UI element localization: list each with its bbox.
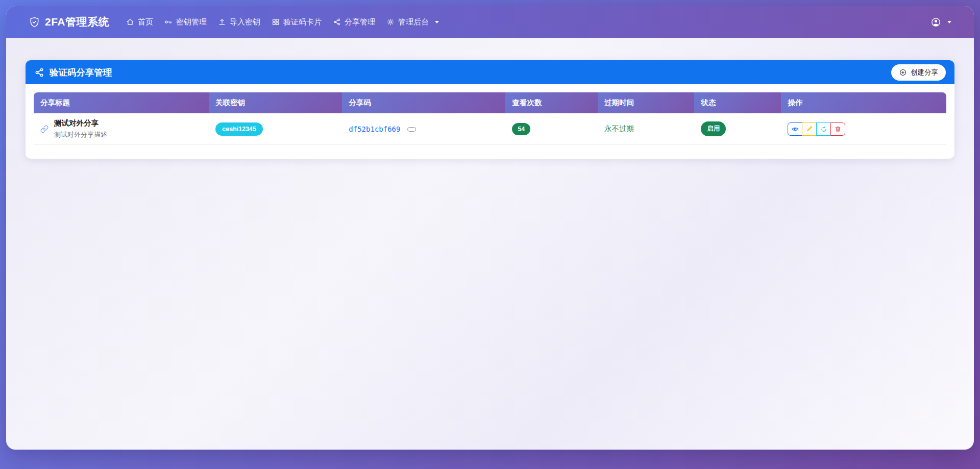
expire-time-text: 永不过期 <box>604 125 634 133</box>
gear-icon <box>386 18 395 26</box>
cell-linked-key: ceshi12345 <box>209 113 342 145</box>
row-actions-group <box>788 122 845 136</box>
column-header-linked-key: 关联密钥 <box>209 92 342 113</box>
nav-item-label: 验证码卡片 <box>283 17 322 27</box>
shares-table: 分享标题 关联密钥 分享码 查看次数 过期时间 状态 操作 <box>34 92 946 145</box>
cell-actions <box>781 113 946 145</box>
linked-key-badge: ceshi12345 <box>215 122 263 136</box>
column-header-status: 状态 <box>694 92 781 113</box>
copy-icon[interactable] <box>407 127 416 132</box>
trash-icon <box>835 126 841 133</box>
home-icon <box>126 18 134 26</box>
person-circle-icon <box>930 17 941 28</box>
upload-icon <box>218 18 226 26</box>
grid-icon <box>272 18 280 26</box>
link-icon <box>40 125 48 133</box>
create-share-label: 创建分享 <box>911 68 938 77</box>
column-header-actions: 操作 <box>781 92 946 113</box>
nav-item-label: 首页 <box>138 17 153 27</box>
card-body: 分享标题 关联密钥 分享码 查看次数 过期时间 状态 操作 <box>26 84 954 159</box>
delete-button[interactable] <box>830 122 845 136</box>
nav-item-key-management[interactable]: 密钥管理 <box>160 13 211 31</box>
share-title: 测试对外分享 <box>54 118 107 128</box>
page-title-text: 验证码分享管理 <box>50 66 112 79</box>
refresh-button[interactable] <box>816 122 831 136</box>
nav-item-import-key[interactable]: 导入密钥 <box>214 13 264 31</box>
card-header: 验证码分享管理 创建分享 <box>26 60 954 84</box>
column-header-expire-time: 过期时间 <box>598 92 695 113</box>
nav-item-label: 分享管理 <box>345 17 375 27</box>
nav-item-label: 导入密钥 <box>230 17 260 27</box>
page-title: 验证码分享管理 <box>34 66 112 79</box>
brand-title: 2FA管理系统 <box>45 15 109 29</box>
share-management-card: 验证码分享管理 创建分享 <box>26 60 954 159</box>
plus-circle-icon <box>899 68 907 77</box>
view-button[interactable] <box>788 122 802 136</box>
nav-item-label: 管理后台 <box>398 17 429 27</box>
column-header-share-code: 分享码 <box>342 92 505 113</box>
eye-icon <box>792 126 799 133</box>
app-shell: 2FA管理系统 首页 密钥管理 <box>6 6 974 450</box>
share-title-block: 测试对外分享 测试对外分享描述 <box>54 118 107 139</box>
arrow-clockwise-icon <box>820 126 827 133</box>
cell-view-count: 54 <box>505 113 598 145</box>
nav-links: 首页 密钥管理 导入密钥 <box>120 13 445 31</box>
cell-share-title: 测试对外分享 测试对外分享描述 <box>34 113 209 145</box>
share-icon <box>333 18 341 26</box>
nav-item-label: 密钥管理 <box>176 17 207 27</box>
caret-down-icon <box>435 21 439 23</box>
nav-item-home[interactable]: 首页 <box>122 13 157 31</box>
user-menu-button[interactable] <box>930 17 951 28</box>
share-code-link[interactable]: df52b1cbf669 <box>349 125 400 133</box>
column-header-share-title: 分享标题 <box>34 92 209 113</box>
caret-down-icon <box>947 21 951 23</box>
top-navbar: 2FA管理系统 首页 密钥管理 <box>6 6 974 38</box>
edit-button[interactable] <box>802 122 817 136</box>
column-header-view-count: 查看次数 <box>505 92 598 113</box>
nav-item-code-cards[interactable]: 验证码卡片 <box>267 13 326 31</box>
pencil-icon <box>806 126 813 132</box>
create-share-button[interactable]: 创建分享 <box>891 64 946 81</box>
brand-logo[interactable]: 2FA管理系统 <box>29 15 109 29</box>
cell-expire-time: 永不过期 <box>598 113 695 145</box>
status-badge: 启用 <box>701 121 726 136</box>
shield-check-icon <box>29 16 40 28</box>
main-content: 验证码分享管理 创建分享 <box>6 38 974 181</box>
table-row: 测试对外分享 测试对外分享描述 ceshi12345 df52b1cbf669 <box>34 113 946 145</box>
cell-status: 启用 <box>694 113 781 145</box>
share-icon <box>34 67 44 78</box>
key-icon <box>164 18 173 26</box>
view-count-badge: 54 <box>512 123 530 135</box>
nav-item-share-management[interactable]: 分享管理 <box>329 13 379 31</box>
share-description: 测试对外分享描述 <box>54 130 107 139</box>
table-header-row: 分享标题 关联密钥 分享码 查看次数 过期时间 状态 操作 <box>34 92 946 113</box>
nav-item-admin-backend[interactable]: 管理后台 <box>382 13 443 31</box>
cell-share-code: df52b1cbf669 <box>342 113 505 145</box>
